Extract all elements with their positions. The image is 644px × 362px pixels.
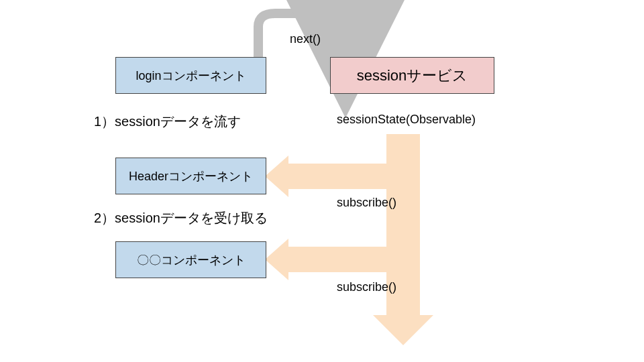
session-service-label: sessionサービス	[357, 66, 468, 86]
session-service-box: sessionサービス	[330, 57, 494, 94]
step1-label: 1）sessionデータを流す	[94, 113, 241, 131]
header-component-box: Headerコンポーネント	[115, 158, 266, 194]
login-component-label: loginコンポーネント	[136, 68, 246, 84]
svg-marker-5	[265, 239, 288, 280]
next-label: next()	[290, 32, 321, 46]
header-component-label: Headerコンポーネント	[129, 168, 253, 184]
diagram-arrows	[0, 0, 644, 362]
svg-rect-2	[288, 164, 402, 189]
svg-marker-6	[373, 315, 433, 345]
svg-rect-4	[288, 247, 402, 272]
subscribe2-label: subscribe()	[337, 280, 396, 294]
observable-label: sessionState(Observable)	[337, 113, 476, 127]
observable-flow	[265, 134, 433, 345]
other-component-box: 〇〇コンポーネント	[115, 241, 266, 278]
step2-label: 2）sessionデータを受け取る	[94, 209, 268, 227]
login-component-box: loginコンポーネント	[115, 57, 266, 94]
other-component-label: 〇〇コンポーネント	[137, 252, 246, 268]
subscribe1-label: subscribe()	[337, 196, 396, 210]
svg-marker-3	[265, 156, 288, 197]
